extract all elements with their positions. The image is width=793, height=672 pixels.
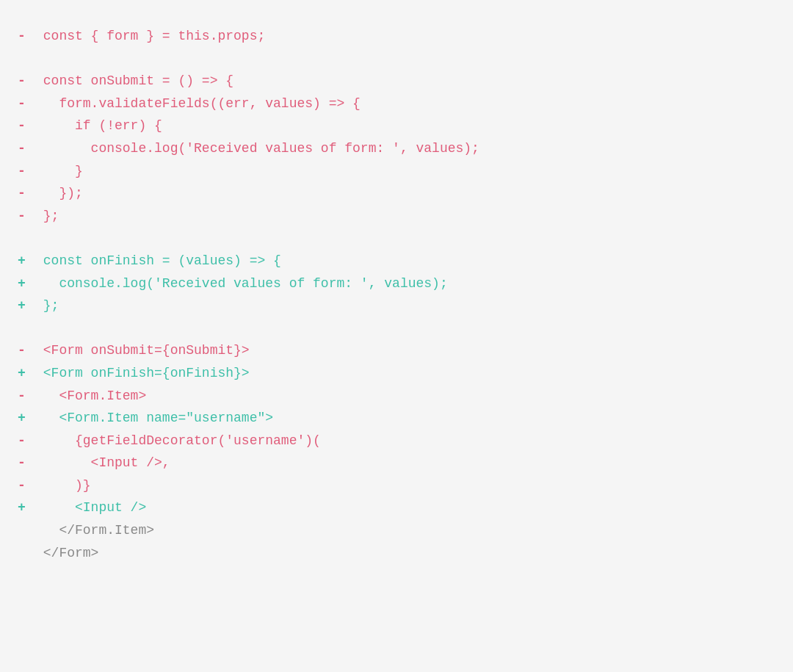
line-content: <Form onFinish={onFinish}> (35, 362, 775, 385)
line-prefix (18, 542, 35, 565)
line-prefix: + (18, 295, 35, 317)
line-prefix: + (18, 362, 35, 385)
line-prefix: + (18, 407, 35, 430)
diff-view: - const { form } = this.props;- const on… (0, 18, 793, 571)
diff-line-6: - } (0, 160, 793, 183)
blank-line (0, 317, 793, 340)
line-content: const { form } = this.props; (35, 25, 775, 48)
line-prefix: - (18, 115, 35, 137)
diff-line-14: - <Form onSubmit={onSubmit}> (0, 339, 793, 362)
diff-line-2: - const onSubmit = () => { (0, 70, 793, 93)
line-content: </Form.Item> (35, 519, 775, 542)
diff-line-7: - }); (0, 182, 793, 205)
line-content: console.log('Received values of form: ',… (35, 137, 775, 160)
line-prefix: - (18, 339, 35, 362)
blank-line (0, 48, 793, 71)
line-content: } (35, 160, 775, 183)
diff-line-17: + <Form.Item name="username"> (0, 407, 793, 430)
line-content: <Form.Item name="username"> (35, 407, 775, 430)
line-content: }; (35, 205, 775, 228)
diff-line-12: + }; (0, 295, 793, 317)
diff-line-5: - console.log('Received values of form: … (0, 137, 793, 160)
line-prefix: + (18, 496, 35, 519)
diff-line-8: - }; (0, 205, 793, 228)
line-content: {getFieldDecorator('username')( (35, 430, 775, 452)
diff-line-11: + console.log('Received values of form: … (0, 272, 793, 295)
line-content: )} (35, 474, 775, 497)
line-content: }; (35, 295, 775, 317)
line-content: }); (35, 182, 775, 205)
line-content: console.log('Received values of form: ',… (35, 272, 775, 295)
line-prefix: - (18, 385, 35, 408)
line-content: </Form> (35, 542, 775, 565)
diff-line-0: - const { form } = this.props; (0, 25, 793, 48)
diff-line-3: - form.validateFields((err, values) => { (0, 93, 793, 115)
line-content: form.validateFields((err, values) => { (35, 93, 775, 115)
line-prefix: + (18, 250, 35, 272)
line-prefix: - (18, 474, 35, 497)
line-prefix: - (18, 93, 35, 115)
line-prefix: - (18, 205, 35, 228)
line-prefix: - (18, 137, 35, 160)
diff-line-18: - {getFieldDecorator('username')( (0, 430, 793, 452)
line-prefix: - (18, 160, 35, 183)
line-content: const onFinish = (values) => { (35, 250, 775, 272)
diff-line-21: + <Input /> (0, 496, 793, 519)
blank-line (0, 227, 793, 250)
line-prefix: - (18, 430, 35, 452)
line-content: <Form onSubmit={onSubmit}> (35, 339, 775, 362)
diff-line-10: + const onFinish = (values) => { (0, 250, 793, 272)
diff-line-22: </Form.Item> (0, 519, 793, 542)
line-content: <Form.Item> (35, 385, 775, 408)
line-prefix: - (18, 182, 35, 205)
line-prefix: - (18, 70, 35, 93)
line-content: <Input /> (35, 496, 775, 519)
line-prefix (18, 519, 35, 542)
line-prefix: - (18, 452, 35, 474)
diff-line-20: - )} (0, 474, 793, 497)
diff-line-19: - <Input />, (0, 452, 793, 474)
line-prefix: + (18, 272, 35, 295)
line-content: const onSubmit = () => { (35, 70, 775, 93)
line-content: if (!err) { (35, 115, 775, 137)
diff-line-16: - <Form.Item> (0, 385, 793, 408)
diff-line-15: + <Form onFinish={onFinish}> (0, 362, 793, 385)
line-prefix: - (18, 25, 35, 48)
diff-line-23: </Form> (0, 542, 793, 565)
diff-line-4: - if (!err) { (0, 115, 793, 137)
line-content: <Input />, (35, 452, 775, 474)
